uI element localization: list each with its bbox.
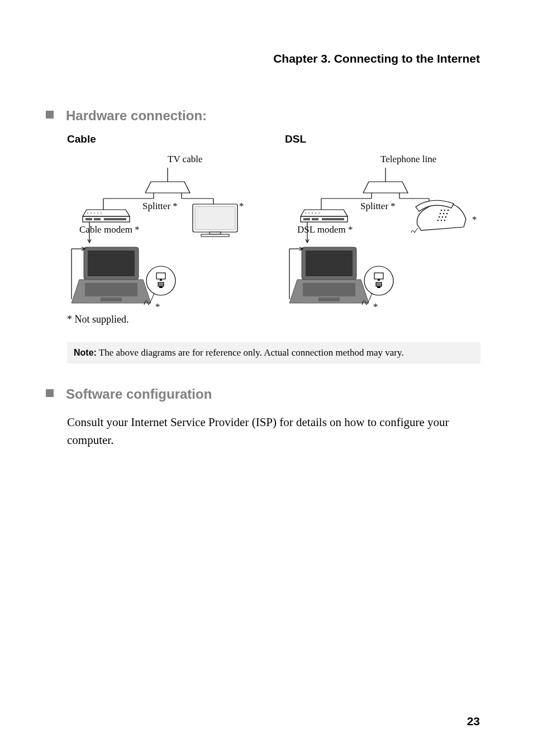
note-box: Note: The above diagrams are for referen… <box>67 342 480 363</box>
dsl-title: DSL <box>285 133 486 145</box>
svg-rect-69 <box>318 297 340 301</box>
svg-point-48 <box>305 212 306 214</box>
laptop-icon <box>72 247 151 303</box>
svg-point-58 <box>446 213 448 214</box>
svg-rect-31 <box>159 286 163 288</box>
cable-modem-label: Cable modem * <box>79 224 140 235</box>
note-label: Note: <box>74 348 97 357</box>
dsl-diagram-svg: Telephone line Splitter * DSL modem * <box>285 151 486 319</box>
svg-point-54 <box>444 210 445 211</box>
svg-rect-29 <box>160 279 162 281</box>
svg-point-53 <box>441 210 442 211</box>
svg-rect-22 <box>88 251 135 276</box>
svg-rect-76 <box>377 286 380 288</box>
hardware-connection-heading: Hardware connection: <box>46 108 207 124</box>
svg-point-14 <box>97 212 98 214</box>
software-body-text: Consult your Internet Service Provider (… <box>67 414 480 449</box>
svg-rect-23 <box>85 283 137 296</box>
svg-rect-18 <box>210 232 221 234</box>
splitter-label: Splitter * <box>142 201 178 211</box>
svg-rect-45 <box>303 218 310 220</box>
svg-point-52 <box>318 212 320 214</box>
cable-cord-asterisk: * <box>155 301 160 312</box>
dsl-modem-label: DSL modem * <box>297 224 353 235</box>
connection-diagrams: Cable TV cable Splitter * Cabl <box>67 133 486 321</box>
tv-cable-label: TV cable <box>168 154 202 164</box>
svg-point-62 <box>437 220 439 221</box>
not-supplied-footnote: * Not supplied. <box>67 314 129 325</box>
svg-point-51 <box>315 212 316 214</box>
tv-asterisk: * <box>239 201 244 211</box>
svg-point-60 <box>442 216 443 218</box>
svg-point-63 <box>441 220 442 221</box>
svg-point-55 <box>448 210 449 211</box>
cable-diagram: Cable TV cable Splitter * Cabl <box>67 133 268 321</box>
svg-rect-9 <box>94 218 101 220</box>
telephone-icon <box>411 200 466 233</box>
svg-point-56 <box>440 213 441 214</box>
svg-point-50 <box>312 212 313 214</box>
svg-rect-19 <box>201 234 229 237</box>
hardware-heading-text: Hardware connection: <box>66 108 207 123</box>
svg-point-64 <box>444 220 445 221</box>
svg-rect-74 <box>378 279 380 281</box>
page-number: 23 <box>467 715 480 728</box>
software-configuration-heading: Software configuration <box>46 386 212 402</box>
dsl-cord-asterisk: * <box>373 301 378 312</box>
svg-rect-10 <box>104 218 126 220</box>
svg-point-12 <box>91 212 92 214</box>
phone-asterisk: * <box>472 214 477 225</box>
svg-point-13 <box>94 212 95 214</box>
svg-point-59 <box>439 216 440 218</box>
svg-point-57 <box>443 213 444 214</box>
laptop-icon <box>289 247 369 303</box>
svg-point-11 <box>87 212 88 214</box>
svg-point-15 <box>101 212 102 214</box>
cable-title: Cable <box>67 133 268 145</box>
cable-diagram-svg: TV cable Splitter * Cable modem * <box>67 151 257 319</box>
svg-rect-17 <box>195 206 235 230</box>
telephone-line-label: Telephone line <box>380 154 436 164</box>
svg-point-49 <box>308 212 310 214</box>
dsl-diagram: DSL Telephone line Splitter * DSL modem … <box>285 133 486 321</box>
note-text: The above diagrams are for reference onl… <box>97 347 404 358</box>
chapter-title: Chapter 3. Connecting to the Internet <box>273 52 480 65</box>
software-heading-text: Software configuration <box>66 386 212 401</box>
svg-rect-24 <box>101 297 122 301</box>
svg-rect-46 <box>312 218 318 220</box>
svg-rect-67 <box>306 251 353 276</box>
svg-rect-8 <box>85 218 92 220</box>
svg-rect-47 <box>322 218 344 220</box>
dsl-splitter-label: Splitter * <box>360 201 396 211</box>
svg-rect-68 <box>303 283 355 296</box>
bullet-icon <box>46 111 54 119</box>
svg-point-61 <box>445 216 446 218</box>
bullet-icon <box>46 389 54 397</box>
